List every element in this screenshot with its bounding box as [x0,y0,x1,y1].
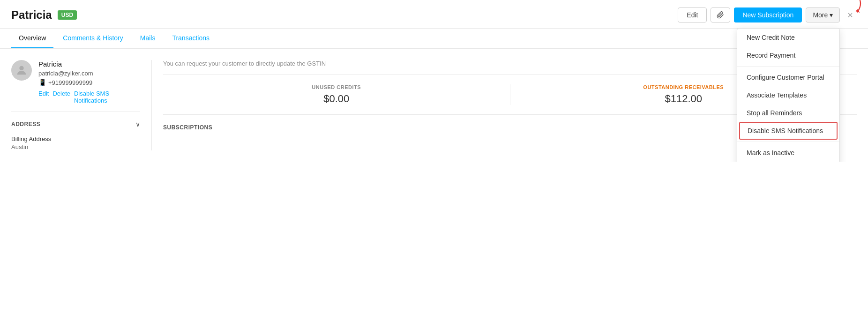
contact-name: Patricia [38,60,140,68]
tab-mails[interactable]: Mails [133,29,163,48]
paperclip-icon [717,11,724,19]
contact-delete-link[interactable]: Delete [52,90,70,104]
user-avatar-icon [15,64,28,77]
arrow-annotation [838,0,866,22]
chevron-down-icon: ∨ [135,120,140,128]
header-actions: Edit New Subscription More ▾ × New Credi… [678,7,857,22]
page-title: Patricia [11,8,52,22]
more-button[interactable]: More ▾ [806,7,840,22]
svg-point-1 [19,66,23,70]
attach-button[interactable] [711,7,730,22]
address-header[interactable]: ADDRESS ∨ [11,119,140,130]
contact-info: Patricia patricia@zylker.com 📱 +91999999… [38,60,140,104]
left-panel: Patricia patricia@zylker.com 📱 +91999999… [11,60,152,150]
dropdown-divider-1 [737,66,839,67]
dropdown-item-record-payment[interactable]: Record Payment [737,46,839,64]
contact-edit-link[interactable]: Edit [38,90,49,104]
billing-address: Billing Address Austin [11,135,140,150]
currency-badge: USD [58,10,77,20]
tab-overview[interactable]: Overview [11,29,53,48]
phone-icon: 📱 [38,79,46,86]
billing-city: Austin [11,143,140,150]
dropdown-item-associate-templates[interactable]: Associate Templates [737,86,839,104]
header-left: Patricia USD [11,8,77,22]
contact-phone: 📱 +919999999999 [38,79,140,86]
edit-button[interactable]: Edit [678,7,707,22]
new-subscription-button[interactable]: New Subscription [734,7,802,22]
chevron-down-icon: ▾ [830,11,833,19]
tab-transactions[interactable]: Transactions [165,29,217,48]
page-header: Patricia USD Edit New Subscription More … [0,0,868,29]
billing-address-title: Billing Address [11,135,140,142]
contact-actions: Edit Delete Disable SMS Notifications [38,90,140,104]
unused-credits-value: $0.00 [172,93,501,105]
contact-section: Patricia patricia@zylker.com 📱 +91999999… [11,60,140,104]
avatar [11,60,32,81]
address-label: ADDRESS [11,121,40,127]
dropdown-item-new-credit-note[interactable]: New Credit Note [737,29,839,46]
tab-comments-history[interactable]: Comments & History [55,29,130,48]
dropdown-item-disable-sms[interactable]: Disable SMS Notifications [739,122,838,140]
dropdown-item-configure-portal[interactable]: Configure Customer Portal [737,68,839,86]
dropdown-item-mark-inactive[interactable]: Mark as Inactive [737,144,839,162]
contact-email: patricia@zylker.com [38,70,140,77]
stat-unused-credits: UNUSED CREDITS $0.00 [163,84,510,105]
unused-credits-label: UNUSED CREDITS [172,84,501,90]
contact-disable-sms-link[interactable]: Disable SMS Notifications [74,90,140,104]
dropdown-item-stop-reminders[interactable]: Stop all Reminders [737,104,839,122]
dropdown-divider-2 [737,142,839,142]
address-section: ADDRESS ∨ Billing Address Austin [11,112,140,150]
more-dropdown: New Credit Note Record Payment Configure… [737,28,840,162]
